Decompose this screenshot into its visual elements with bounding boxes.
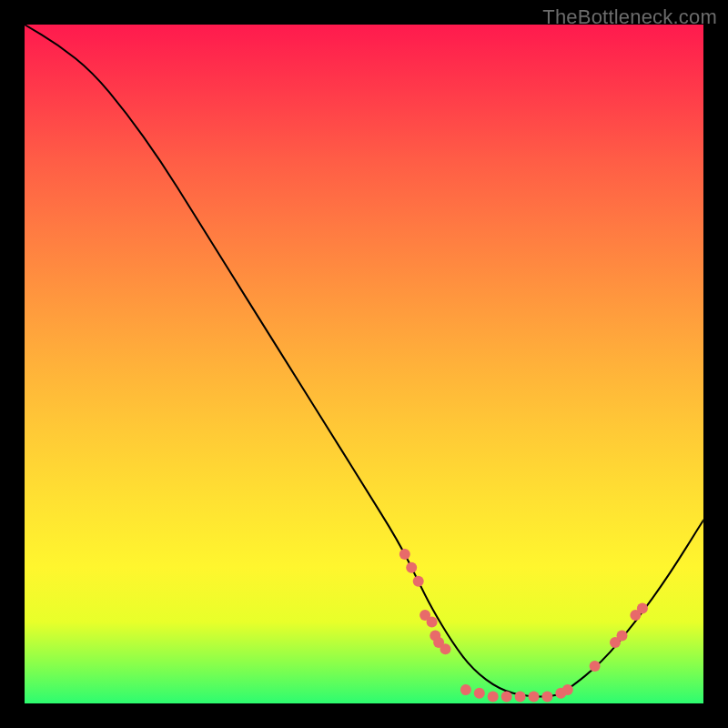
scatter-point [529, 692, 540, 703]
scatter-point [406, 562, 417, 573]
scatter-point [501, 692, 512, 703]
scatter-point [637, 603, 648, 614]
chart-plot-area [25, 25, 703, 703]
scatter-point [427, 617, 438, 628]
scatter-point [617, 630, 628, 641]
scatter-point [541, 692, 552, 703]
scatter-point [399, 549, 410, 560]
scatter-point [488, 692, 499, 703]
scatter-point [460, 684, 471, 695]
scatter-point [562, 684, 573, 695]
scatter-points-group [399, 549, 648, 703]
watermark-text: TheBottleneck.com [542, 5, 717, 29]
bottleneck-curve [25, 25, 703, 697]
scatter-point [590, 661, 601, 672]
scatter-point [440, 643, 451, 654]
scatter-point [474, 688, 485, 699]
chart-svg [25, 25, 703, 703]
scatter-point [515, 692, 526, 703]
scatter-point [413, 576, 424, 587]
